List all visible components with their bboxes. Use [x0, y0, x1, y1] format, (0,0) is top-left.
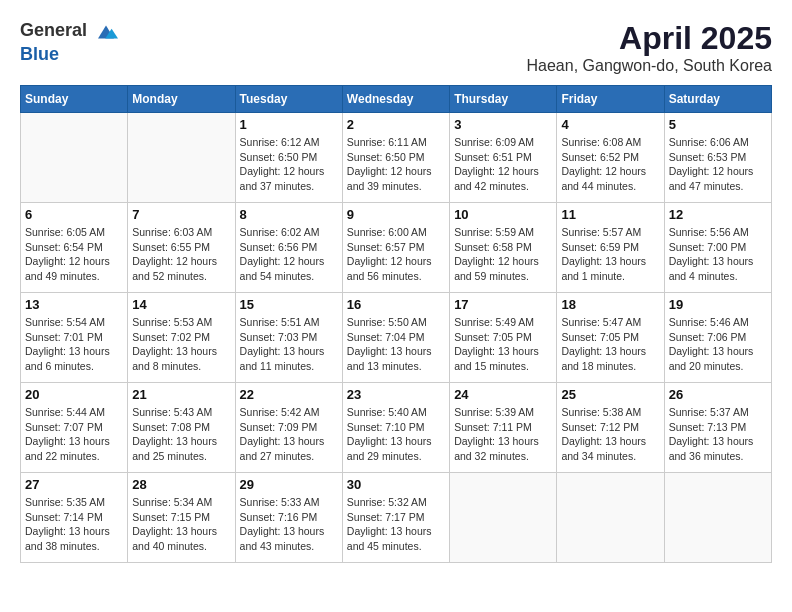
day-number: 28	[132, 477, 230, 492]
week-row-1: 1Sunrise: 6:12 AMSunset: 6:50 PMDaylight…	[21, 113, 772, 203]
day-number: 3	[454, 117, 552, 132]
weekday-header-saturday: Saturday	[664, 86, 771, 113]
day-number: 12	[669, 207, 767, 222]
weekday-header-wednesday: Wednesday	[342, 86, 449, 113]
day-number: 20	[25, 387, 123, 402]
calendar-cell	[664, 473, 771, 563]
cell-info: Sunrise: 5:39 AMSunset: 7:11 PMDaylight:…	[454, 405, 552, 464]
day-number: 27	[25, 477, 123, 492]
calendar-cell: 5Sunrise: 6:06 AMSunset: 6:53 PMDaylight…	[664, 113, 771, 203]
cell-info: Sunrise: 6:00 AMSunset: 6:57 PMDaylight:…	[347, 225, 445, 284]
day-number: 6	[25, 207, 123, 222]
calendar-cell: 25Sunrise: 5:38 AMSunset: 7:12 PMDayligh…	[557, 383, 664, 473]
calendar-cell: 29Sunrise: 5:33 AMSunset: 7:16 PMDayligh…	[235, 473, 342, 563]
calendar-cell: 13Sunrise: 5:54 AMSunset: 7:01 PMDayligh…	[21, 293, 128, 383]
weekday-header-friday: Friday	[557, 86, 664, 113]
calendar-cell: 17Sunrise: 5:49 AMSunset: 7:05 PMDayligh…	[450, 293, 557, 383]
cell-info: Sunrise: 5:37 AMSunset: 7:13 PMDaylight:…	[669, 405, 767, 464]
calendar-cell: 3Sunrise: 6:09 AMSunset: 6:51 PMDaylight…	[450, 113, 557, 203]
page-header: General Blue April 2025 Haean, Gangwon-d…	[20, 20, 772, 75]
cell-info: Sunrise: 5:49 AMSunset: 7:05 PMDaylight:…	[454, 315, 552, 374]
calendar-cell: 22Sunrise: 5:42 AMSunset: 7:09 PMDayligh…	[235, 383, 342, 473]
day-number: 25	[561, 387, 659, 402]
logo-blue: Blue	[20, 44, 59, 64]
calendar-cell: 16Sunrise: 5:50 AMSunset: 7:04 PMDayligh…	[342, 293, 449, 383]
day-number: 17	[454, 297, 552, 312]
day-number: 26	[669, 387, 767, 402]
calendar-cell: 7Sunrise: 6:03 AMSunset: 6:55 PMDaylight…	[128, 203, 235, 293]
cell-info: Sunrise: 6:03 AMSunset: 6:55 PMDaylight:…	[132, 225, 230, 284]
calendar-cell: 6Sunrise: 6:05 AMSunset: 6:54 PMDaylight…	[21, 203, 128, 293]
cell-info: Sunrise: 5:35 AMSunset: 7:14 PMDaylight:…	[25, 495, 123, 554]
day-number: 7	[132, 207, 230, 222]
day-number: 9	[347, 207, 445, 222]
week-row-5: 27Sunrise: 5:35 AMSunset: 7:14 PMDayligh…	[21, 473, 772, 563]
cell-info: Sunrise: 5:54 AMSunset: 7:01 PMDaylight:…	[25, 315, 123, 374]
calendar-cell: 1Sunrise: 6:12 AMSunset: 6:50 PMDaylight…	[235, 113, 342, 203]
day-number: 4	[561, 117, 659, 132]
calendar-cell	[128, 113, 235, 203]
day-number: 21	[132, 387, 230, 402]
calendar-cell: 19Sunrise: 5:46 AMSunset: 7:06 PMDayligh…	[664, 293, 771, 383]
day-number: 18	[561, 297, 659, 312]
cell-info: Sunrise: 6:11 AMSunset: 6:50 PMDaylight:…	[347, 135, 445, 194]
calendar-cell: 24Sunrise: 5:39 AMSunset: 7:11 PMDayligh…	[450, 383, 557, 473]
weekday-header-monday: Monday	[128, 86, 235, 113]
day-number: 13	[25, 297, 123, 312]
cell-info: Sunrise: 5:43 AMSunset: 7:08 PMDaylight:…	[132, 405, 230, 464]
month-year-title: April 2025	[527, 20, 773, 57]
cell-info: Sunrise: 5:33 AMSunset: 7:16 PMDaylight:…	[240, 495, 338, 554]
calendar-cell: 9Sunrise: 6:00 AMSunset: 6:57 PMDaylight…	[342, 203, 449, 293]
day-number: 23	[347, 387, 445, 402]
calendar-cell: 27Sunrise: 5:35 AMSunset: 7:14 PMDayligh…	[21, 473, 128, 563]
cell-info: Sunrise: 6:05 AMSunset: 6:54 PMDaylight:…	[25, 225, 123, 284]
cell-info: Sunrise: 5:59 AMSunset: 6:58 PMDaylight:…	[454, 225, 552, 284]
day-number: 19	[669, 297, 767, 312]
cell-info: Sunrise: 5:47 AMSunset: 7:05 PMDaylight:…	[561, 315, 659, 374]
cell-info: Sunrise: 5:46 AMSunset: 7:06 PMDaylight:…	[669, 315, 767, 374]
calendar-table: SundayMondayTuesdayWednesdayThursdayFrid…	[20, 85, 772, 563]
weekday-header-thursday: Thursday	[450, 86, 557, 113]
calendar-cell: 15Sunrise: 5:51 AMSunset: 7:03 PMDayligh…	[235, 293, 342, 383]
day-number: 11	[561, 207, 659, 222]
logo-text: General Blue	[20, 20, 118, 65]
calendar-cell: 30Sunrise: 5:32 AMSunset: 7:17 PMDayligh…	[342, 473, 449, 563]
day-number: 24	[454, 387, 552, 402]
calendar-cell: 8Sunrise: 6:02 AMSunset: 6:56 PMDaylight…	[235, 203, 342, 293]
cell-info: Sunrise: 6:12 AMSunset: 6:50 PMDaylight:…	[240, 135, 338, 194]
calendar-cell: 2Sunrise: 6:11 AMSunset: 6:50 PMDaylight…	[342, 113, 449, 203]
cell-info: Sunrise: 5:53 AMSunset: 7:02 PMDaylight:…	[132, 315, 230, 374]
day-number: 10	[454, 207, 552, 222]
logo: General Blue	[20, 20, 118, 65]
weekday-header-sunday: Sunday	[21, 86, 128, 113]
calendar-cell: 26Sunrise: 5:37 AMSunset: 7:13 PMDayligh…	[664, 383, 771, 473]
cell-info: Sunrise: 5:38 AMSunset: 7:12 PMDaylight:…	[561, 405, 659, 464]
day-number: 30	[347, 477, 445, 492]
cell-info: Sunrise: 5:57 AMSunset: 6:59 PMDaylight:…	[561, 225, 659, 284]
day-number: 5	[669, 117, 767, 132]
day-number: 8	[240, 207, 338, 222]
calendar-cell: 10Sunrise: 5:59 AMSunset: 6:58 PMDayligh…	[450, 203, 557, 293]
calendar-cell: 4Sunrise: 6:08 AMSunset: 6:52 PMDaylight…	[557, 113, 664, 203]
cell-info: Sunrise: 5:56 AMSunset: 7:00 PMDaylight:…	[669, 225, 767, 284]
day-number: 2	[347, 117, 445, 132]
week-row-4: 20Sunrise: 5:44 AMSunset: 7:07 PMDayligh…	[21, 383, 772, 473]
calendar-cell: 11Sunrise: 5:57 AMSunset: 6:59 PMDayligh…	[557, 203, 664, 293]
calendar-cell: 28Sunrise: 5:34 AMSunset: 7:15 PMDayligh…	[128, 473, 235, 563]
weekday-header-tuesday: Tuesday	[235, 86, 342, 113]
calendar-cell: 12Sunrise: 5:56 AMSunset: 7:00 PMDayligh…	[664, 203, 771, 293]
cell-info: Sunrise: 5:50 AMSunset: 7:04 PMDaylight:…	[347, 315, 445, 374]
calendar-cell	[557, 473, 664, 563]
day-number: 16	[347, 297, 445, 312]
cell-info: Sunrise: 5:51 AMSunset: 7:03 PMDaylight:…	[240, 315, 338, 374]
cell-info: Sunrise: 6:08 AMSunset: 6:52 PMDaylight:…	[561, 135, 659, 194]
calendar-cell: 20Sunrise: 5:44 AMSunset: 7:07 PMDayligh…	[21, 383, 128, 473]
title-block: April 2025 Haean, Gangwon-do, South Kore…	[527, 20, 773, 75]
cell-info: Sunrise: 5:42 AMSunset: 7:09 PMDaylight:…	[240, 405, 338, 464]
calendar-cell: 23Sunrise: 5:40 AMSunset: 7:10 PMDayligh…	[342, 383, 449, 473]
weekday-header-row: SundayMondayTuesdayWednesdayThursdayFrid…	[21, 86, 772, 113]
calendar-cell: 18Sunrise: 5:47 AMSunset: 7:05 PMDayligh…	[557, 293, 664, 383]
cell-info: Sunrise: 6:09 AMSunset: 6:51 PMDaylight:…	[454, 135, 552, 194]
day-number: 1	[240, 117, 338, 132]
calendar-cell	[21, 113, 128, 203]
